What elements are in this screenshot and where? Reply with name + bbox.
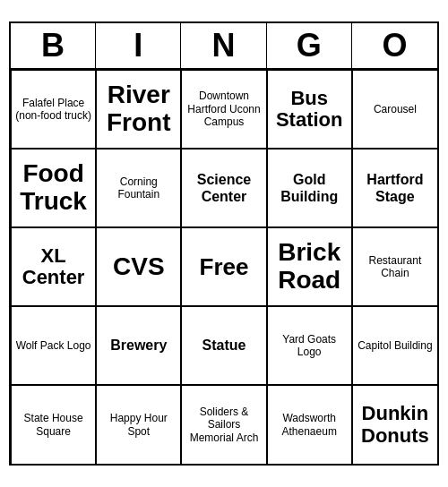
cell-text-20: State House Square — [15, 412, 91, 438]
bingo-cell-2: Downtown Hartford Uconn Campus — [181, 70, 266, 149]
cell-text-18: Yard Goats Logo — [271, 333, 348, 359]
cell-text-3: Bus Station — [271, 88, 348, 131]
bingo-cell-22: Soliders & Sailors Memorial Arch — [181, 385, 266, 464]
bingo-cell-10: XL Center — [11, 227, 96, 306]
cell-text-5: Food Truck — [15, 160, 91, 216]
header-letter-g: G — [267, 23, 352, 68]
cell-text-7: Science Center — [185, 171, 262, 205]
bingo-cell-5: Food Truck — [11, 149, 96, 227]
bingo-cell-21: Happy Hour Spot — [96, 385, 181, 464]
cell-text-1: River Front — [100, 81, 177, 137]
bingo-grid: Falafel Place (non-food truck)River Fron… — [11, 70, 437, 464]
header-letter-i: I — [96, 23, 181, 68]
bingo-cell-1: River Front — [96, 70, 181, 149]
cell-text-14: Restaurant Chain — [357, 254, 434, 280]
header-letter-n: N — [181, 23, 266, 68]
cell-text-21: Happy Hour Spot — [100, 412, 177, 438]
bingo-cell-18: Yard Goats Logo — [267, 306, 352, 385]
free-space-label: Free — [200, 254, 249, 280]
cell-text-11: CVS — [113, 253, 165, 281]
bingo-cell-16: Brewery — [96, 306, 181, 385]
header-letter-o: O — [352, 23, 437, 68]
bingo-cell-7: Science Center — [181, 149, 266, 227]
bingo-card: BINGO Falafel Place (non-food truck)Rive… — [9, 21, 439, 466]
cell-text-24: Dunkin Donuts — [357, 403, 434, 446]
cell-text-0: Falafel Place (non-food truck) — [15, 97, 91, 123]
cell-text-13: Brick Road — [271, 239, 348, 295]
bingo-cell-15: Wolf Pack Logo — [11, 306, 96, 385]
bingo-header: BINGO — [11, 23, 437, 70]
cell-text-23: Wadsworth Athenaeum — [271, 412, 348, 438]
cell-text-17: Statue — [202, 337, 246, 354]
bingo-cell-23: Wadsworth Athenaeum — [267, 385, 352, 464]
cell-text-4: Carousel — [374, 103, 417, 115]
bingo-cell-8: Gold Building — [267, 149, 352, 227]
bingo-cell-6: Corning Fountain — [96, 149, 181, 227]
bingo-cell-12: ♦ HartfordFree — [181, 227, 266, 306]
cell-text-9: Hartford Stage — [357, 171, 434, 205]
cell-text-15: Wolf Pack Logo — [16, 339, 91, 352]
bingo-cell-11: CVS — [96, 227, 181, 306]
cell-text-16: Brewery — [110, 337, 167, 354]
bingo-cell-20: State House Square — [11, 385, 96, 464]
cell-text-10: XL Center — [15, 245, 91, 288]
bingo-cell-24: Dunkin Donuts — [352, 385, 437, 464]
cell-text-2: Downtown Hartford Uconn Campus — [185, 90, 262, 128]
cell-text-22: Soliders & Sailors Memorial Arch — [185, 406, 262, 444]
bingo-cell-3: Bus Station — [267, 70, 352, 149]
header-letter-b: B — [11, 23, 96, 68]
bingo-cell-0: Falafel Place (non-food truck) — [11, 70, 96, 149]
cell-text-6: Corning Fountain — [100, 175, 177, 201]
bingo-cell-13: Brick Road — [267, 227, 352, 306]
bingo-cell-14: Restaurant Chain — [352, 227, 437, 306]
cell-text-8: Gold Building — [271, 171, 348, 205]
bingo-cell-17: Statue — [181, 306, 266, 385]
bingo-cell-9: Hartford Stage — [352, 149, 437, 227]
bingo-cell-19: Capitol Building — [352, 306, 437, 385]
cell-text-19: Capitol Building — [358, 339, 432, 352]
bingo-cell-4: Carousel — [352, 70, 437, 149]
